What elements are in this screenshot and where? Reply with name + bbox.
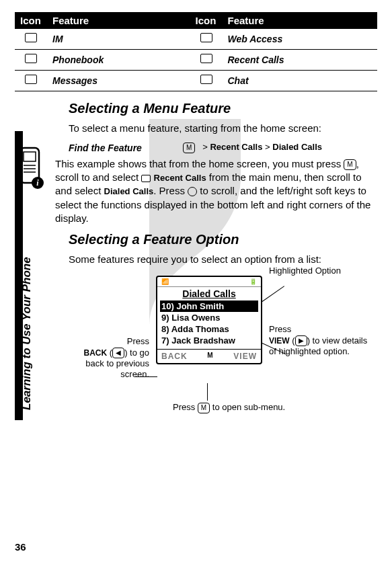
icon-feature-table: Icon Feature Icon Feature IM Web Access …	[15, 12, 377, 91]
feature-label: Phonebook	[47, 50, 190, 71]
menu-key-icon: M	[198, 403, 210, 413]
page-number: 36	[15, 541, 26, 553]
feature-label: IM	[47, 29, 190, 50]
battery-icon: 🔋	[249, 278, 257, 285]
intro-text: To select a menu feature, starting from …	[69, 122, 377, 135]
left-softkey-icon: ◀	[112, 348, 124, 358]
menu-key-icon: M	[183, 143, 195, 153]
screen-title: Dialed Calls	[157, 287, 261, 300]
th-feature-2: Feature	[223, 12, 378, 29]
softkey-bar: BACK M VIEW	[157, 349, 261, 363]
soft-mid-icon: M	[207, 352, 213, 361]
callout-line	[207, 383, 208, 401]
chat-icon	[200, 75, 212, 84]
list-item: 9) Lisa Owens	[160, 312, 258, 323]
callout-view: Press VIEW (▶) to view details of highli…	[269, 324, 370, 357]
messages-icon	[25, 75, 37, 84]
table-row: Phonebook Recent Calls	[15, 50, 377, 71]
list-item: 8) Adda Thomas	[160, 323, 258, 335]
table-row: IM Web Access	[15, 29, 377, 50]
callout-submenu: Press M to open sub-menu.	[173, 402, 307, 413]
intro-text-2: Some features require you to select an o…	[69, 253, 377, 266]
screen-list: 10) John Smith 9) Lisa Owens 8) Adda Tho…	[157, 300, 261, 349]
im-icon	[25, 33, 37, 42]
th-feature-1: Feature	[47, 12, 190, 29]
soft-right-label: VIEW	[233, 352, 257, 361]
heading-selecting-menu-feature: Selecting a Menu Feature	[69, 101, 377, 116]
list-item: 10) John Smith	[160, 300, 258, 312]
feature-label: Messages	[47, 71, 190, 91]
th-icon-1: Icon	[15, 12, 47, 29]
find-feature-path: M > Recent Calls > Dialed Calls	[183, 142, 322, 153]
feature-label: Recent Calls	[223, 50, 378, 71]
phone-screen: 📶 🔋 Dialed Calls 10) John Smith 9) Lisa …	[156, 276, 262, 364]
web-access-icon	[200, 33, 212, 42]
feature-label: Web Access	[223, 29, 378, 50]
right-softkey-icon: ▶	[295, 335, 307, 346]
callout-highlighted: Highlighted Option	[269, 266, 350, 276]
table-row: Messages Chat	[15, 71, 377, 91]
status-bar: 📶 🔋	[157, 277, 261, 287]
callout-back: Press BACK (◀) to go back to previous sc…	[69, 336, 149, 380]
menu-key-icon: M	[344, 159, 356, 170]
heading-selecting-feature-option: Selecting a Feature Option	[69, 232, 377, 247]
callout-line	[262, 286, 284, 302]
recent-calls-icon	[141, 175, 151, 182]
example-body: This example shows that from the home sc…	[55, 157, 377, 225]
soft-left-label: BACK	[161, 352, 188, 361]
signal-icon: 📶	[161, 278, 169, 285]
find-feature-label: Find the Feature	[69, 143, 183, 153]
phone-screen-illustration: 📶 🔋 Dialed Calls 10) John Smith 9) Lisa …	[69, 276, 377, 450]
list-item: 7) Jack Bradshaw	[160, 335, 258, 346]
side-section-label: Learning to Use Your Phone	[20, 257, 34, 410]
svg-rect-1	[24, 152, 36, 161]
feature-label: Chat	[223, 71, 378, 91]
recent-calls-icon	[200, 54, 212, 63]
phonebook-icon	[25, 54, 37, 63]
th-icon-2: Icon	[190, 12, 223, 29]
find-feature-row: Find the Feature M > Recent Calls > Dial…	[69, 142, 377, 153]
nav-key-icon	[188, 187, 197, 196]
